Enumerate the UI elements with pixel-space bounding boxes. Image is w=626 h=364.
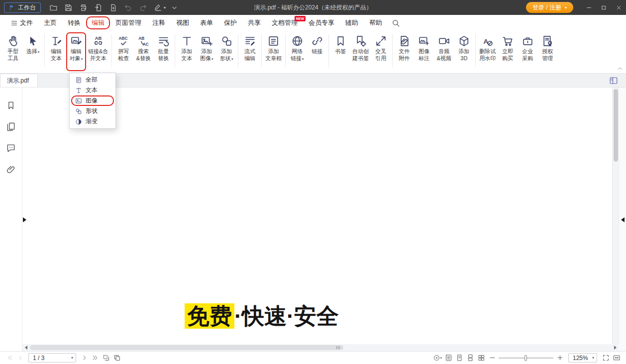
dropdown-item-image[interactable]: 图像 [71,95,114,106]
multi-page-view-button[interactable] [476,353,487,363]
ribbon-button-hand-tool[interactable]: 手型工具 [3,32,23,71]
zoom-in-button[interactable] [554,353,565,363]
ribbon-button-remove-trial-watermark[interactable]: A删除试用水印 [477,32,498,71]
maximize-button[interactable] [596,0,611,15]
zoom-level-combo[interactable]: 125% ▾ [568,353,597,363]
snapshot-button[interactable] [101,353,111,363]
left-panel-expand-handle[interactable] [23,217,26,222]
ribbon-button-auto-create-bookmark[interactable]: 自动创建书签 [350,32,371,71]
ribbon-button-file-attachment[interactable]: 文件附件 [394,32,414,71]
horizontal-scrollbar-thumb[interactable] [30,345,343,350]
toolbar-more-icon[interactable] [168,2,180,13]
attachments-panel-button[interactable] [6,165,16,175]
ribbon-button-batch-replace[interactable]: 批量替换 [153,32,173,71]
menu-tab-edit[interactable]: 编辑 [86,16,110,29]
page-layout-icon[interactable] [609,76,618,85]
ribbon-button-label: 交叉引用 [375,48,386,62]
ribbon-button-enterprise-purchase[interactable]: 企业采购 [518,32,537,71]
ribbon-button-cross-reference[interactable]: 交叉引用 [371,32,391,71]
menu-tab-membership[interactable]: 会员专享 [303,16,340,29]
dropdown-item-label: 文本 [86,86,98,94]
ribbon-button-license-management[interactable]: 授权管理 [537,32,557,71]
ribbon-button-add-text[interactable]: 添加文本 [177,32,197,71]
ribbon-button-label: 添加形状▾ [220,48,233,63]
menu-tab-annotate[interactable]: 注释 [147,16,171,29]
menu-tab-page-management[interactable]: 页面管理 [110,16,147,29]
dropdown-item-text[interactable]: 文本 [71,85,114,95]
next-page-button[interactable] [79,353,90,363]
menu-tab-file[interactable]: 文件 [5,16,38,29]
minimize-button[interactable] [581,0,596,15]
ribbon-button-edit-object[interactable]: 编辑对象▾ [66,32,86,71]
menu-tab-form[interactable]: 表单 [195,16,218,29]
ribbon-button-edit-text[interactable]: 编辑文本 [46,32,66,71]
ribbon-button-flow-edit[interactable]: 流式编辑 [240,32,260,71]
ribbon-button-bookmark[interactable]: 书签 [330,32,350,71]
search-icon[interactable] [392,19,400,27]
ribbon-button-search-replace[interactable]: ABAC搜索&替换 [133,32,153,71]
ribbon-button-add-article-box[interactable]: 添加文章框 [263,32,284,71]
workspace-label: 工作台 [18,3,36,12]
print-icon[interactable] [77,2,89,13]
login-register-button[interactable]: 登录 / 注册 ▾ [526,2,573,13]
zoom-slider[interactable] [499,354,553,363]
dropdown-item-shape[interactable]: 形状 [71,106,114,116]
ribbon-button-spell-check[interactable]: ABC拼写检查 [113,32,133,71]
page-number-combo[interactable]: 1 / 3 ▾ [28,353,76,363]
collapse-ribbon-icon[interactable] [617,65,624,72]
fit-window-button[interactable] [600,353,611,363]
scroll-right-arrow[interactable] [612,344,619,351]
create-pdf-icon[interactable] [107,2,119,13]
horizontal-scrollbar[interactable] [22,344,619,351]
close-button[interactable] [611,0,626,15]
menu-tab-home[interactable]: 主页 [38,16,62,29]
text-view-button[interactable] [443,353,454,363]
zoom-slider-thumb[interactable] [524,355,527,361]
ribbon-button-add-shape[interactable]: 添加形状▾ [216,32,236,71]
ribbon-button-web-link[interactable]: 网络链接▾ [287,32,307,71]
ribbon-button-image-annotation[interactable]: 图像标注 [414,32,434,71]
open-file-icon[interactable] [47,2,59,13]
export-pdf-icon[interactable] [92,2,104,13]
prev-page-button[interactable] [15,353,26,363]
ribbon-button-label: 链接&合并文本 [88,48,108,62]
ribbon-button-audio-video[interactable]: 音频&视频 [434,32,454,71]
dropdown-item-all[interactable]: 全部 [71,75,114,85]
ribbon-button-select[interactable]: 选择▾ [23,32,43,71]
right-panel-expand-handle[interactable] [621,217,625,222]
save-icon[interactable] [62,2,74,13]
workspace-button[interactable]: 工作台 [4,2,41,13]
dropdown-item-gradient[interactable]: 渐变 [71,116,114,127]
ribbon-button-buy-now[interactable]: 立即购买 [498,32,518,71]
sign-tool-icon[interactable] [152,2,164,13]
ribbon: 手型工具选择▾编辑文本编辑对象▾AB链接&合并文本ABC拼写检查ABAC搜索&替… [0,31,626,74]
comments-panel-button[interactable] [6,143,16,153]
vertical-scrollbar-thumb[interactable] [614,89,618,162]
menu-tab-help[interactable]: 帮助 [364,16,388,29]
ribbon-button-add-image[interactable]: 添加图像▾ [197,32,216,71]
ribbon-button-link[interactable]: 链接 [307,32,327,71]
menu-tab-convert[interactable]: 转换 [62,16,86,29]
redo-icon[interactable] [137,2,149,13]
scroll-left-arrow[interactable] [22,344,29,351]
continuous-view-button[interactable] [465,353,476,363]
fit-width-button[interactable] [611,353,622,363]
undo-icon[interactable] [122,2,134,13]
bookmarks-panel-button[interactable] [6,100,16,110]
zoom-out-button[interactable] [487,353,498,363]
clipboard-button[interactable] [111,353,122,363]
menu-tab-share[interactable]: 共享 [242,16,266,29]
vertical-scrollbar[interactable] [612,88,619,344]
file-attachment-icon [398,35,411,47]
document-tab[interactable]: 演示.pdf [0,74,38,87]
single-page-view-button[interactable] [454,353,465,363]
ribbon-button-add-3d[interactable]: 添加3D [454,32,474,71]
menu-tab-document-management[interactable]: 文档管理NEW [266,16,303,29]
first-page-button[interactable] [4,353,15,363]
last-page-button[interactable] [90,353,101,363]
ribbon-button-link-merge-text[interactable]: AB链接&合并文本 [86,32,110,71]
menu-tab-accessibility[interactable]: 辅助 [340,16,364,29]
pages-panel-button[interactable] [6,122,16,132]
menu-tab-protect[interactable]: 保护 [218,16,242,29]
menu-tab-view[interactable]: 视图 [171,16,195,29]
